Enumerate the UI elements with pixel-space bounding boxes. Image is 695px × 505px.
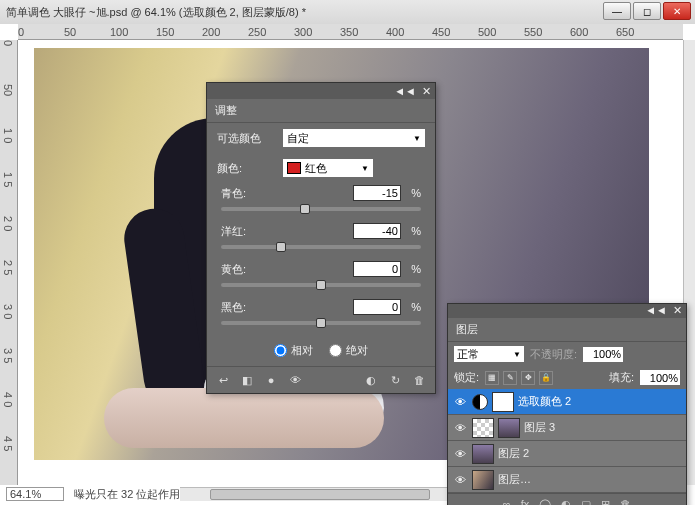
adjustments-panel[interactable]: ◄◄ ✕ 调整 可选颜色 自定 ▼ 颜色: 红色 ▼ 青色:%洋红:%黄色:%黑… (206, 82, 436, 394)
mask-icon[interactable]: ◯ (539, 498, 551, 505)
method-label: 可选颜色 (217, 131, 277, 146)
percent-label: % (405, 301, 421, 313)
absolute-radio-input[interactable] (329, 344, 342, 357)
chevron-down-icon: ▼ (513, 350, 521, 359)
layer-row[interactable]: 👁图层… (448, 467, 686, 493)
minimize-button[interactable]: — (603, 2, 631, 20)
slider-thumb[interactable] (316, 280, 326, 290)
maximize-button[interactable]: ◻ (633, 2, 661, 20)
close-icon[interactable]: ✕ (673, 304, 682, 318)
ruler-tick: 650 (616, 26, 634, 38)
expand-icon[interactable]: ◧ (239, 373, 255, 387)
layers-panel[interactable]: ◄◄ ✕ 图层 正常▼ 不透明度: 100% 锁定: ▦ ✎ ✥ 🔒 填充: 1… (447, 303, 687, 505)
ruler-tick: 0 (18, 26, 24, 38)
fx-icon[interactable]: fx (521, 498, 530, 505)
reset-icon[interactable]: ↻ (387, 373, 403, 387)
slider-thumb[interactable] (276, 242, 286, 252)
opacity-field[interactable]: 100% (583, 347, 623, 362)
lock-buttons: ▦ ✎ ✥ 🔒 (485, 371, 553, 385)
slider-thumb[interactable] (300, 204, 310, 214)
layer-row[interactable]: 👁选取颜色 2 (448, 389, 686, 415)
slider-track[interactable] (221, 283, 421, 287)
opacity-label: 不透明度: (530, 347, 577, 362)
lock-pixels-icon[interactable]: ✎ (503, 371, 517, 385)
trash-icon[interactable]: 🗑 (411, 373, 427, 387)
zoom-field[interactable]: 64.1% (6, 487, 64, 501)
visibility-icon[interactable]: 👁 (452, 448, 468, 460)
layer-thumb (472, 418, 494, 438)
visibility-icon[interactable]: 👁 (452, 474, 468, 486)
lock-all-icon[interactable]: 🔒 (539, 371, 553, 385)
visibility-icon[interactable]: 👁 (452, 422, 468, 434)
layers-panel-header[interactable]: ◄◄ ✕ (448, 304, 686, 318)
fill-field[interactable]: 100% (640, 370, 680, 385)
ruler-tick: 350 (340, 26, 358, 38)
slider-track[interactable] (221, 207, 421, 211)
percent-label: % (405, 263, 421, 275)
close-button[interactable]: ✕ (663, 2, 691, 20)
new-layer-icon[interactable]: ⊞ (601, 498, 610, 505)
color-dropdown[interactable]: 红色 ▼ (283, 159, 373, 177)
method-radios: 相对 绝对 (207, 335, 435, 366)
slider-label: 黄色: (221, 262, 353, 277)
window-title: 简单调色 大眼仔 ~旭.psd @ 64.1% (选取颜色 2, 图层蒙版/8)… (6, 5, 306, 20)
ruler-tick: 4 5 (2, 436, 14, 451)
preset-dropdown[interactable]: 自定 ▼ (283, 129, 425, 147)
prev-icon[interactable]: ◐ (363, 373, 379, 387)
scrollbar-thumb[interactable] (210, 489, 430, 500)
window-titlebar: 简单调色 大眼仔 ~旭.psd @ 64.1% (选取颜色 2, 图层蒙版/8)… (0, 0, 695, 24)
ruler-tick: 400 (386, 26, 404, 38)
trash-icon[interactable]: 🗑 (620, 498, 631, 505)
group-icon[interactable]: ▢ (581, 498, 591, 505)
lock-label: 锁定: (454, 370, 479, 385)
slider-row: 黑色:% (207, 297, 435, 335)
color-value: 红色 (305, 161, 327, 176)
slider-row: 洋红:% (207, 221, 435, 259)
ruler-tick: 500 (478, 26, 496, 38)
ruler-tick: 0 (2, 40, 14, 46)
ruler-tick: 1 5 (2, 172, 14, 187)
slider-value-input[interactable] (353, 261, 401, 277)
preset-value: 自定 (287, 131, 309, 146)
layer-thumb (472, 470, 494, 490)
slider-thumb[interactable] (316, 318, 326, 328)
layer-name: 图层… (498, 472, 682, 487)
absolute-radio[interactable]: 绝对 (329, 343, 368, 358)
relative-radio[interactable]: 相对 (274, 343, 313, 358)
collapse-icon[interactable]: ◄◄ (645, 304, 667, 318)
collapse-icon[interactable]: ◄◄ (394, 85, 416, 97)
close-icon[interactable]: ✕ (422, 85, 431, 98)
back-icon[interactable]: ↩ (215, 373, 231, 387)
layer-thumb (472, 444, 494, 464)
fill-label: 填充: (609, 370, 634, 385)
layer-name: 图层 3 (524, 420, 682, 435)
slider-track[interactable] (221, 245, 421, 249)
slider-label: 洋红: (221, 224, 353, 239)
slider-value-input[interactable] (353, 223, 401, 239)
layer-name: 选取颜色 2 (518, 394, 682, 409)
relative-radio-input[interactable] (274, 344, 287, 357)
lock-position-icon[interactable]: ✥ (521, 371, 535, 385)
slider-value-input[interactable] (353, 299, 401, 315)
slider-row: 青色:% (207, 183, 435, 221)
layers-tab[interactable]: 图层 (448, 318, 686, 342)
link-icon[interactable]: ∞ (503, 498, 511, 505)
absolute-label: 绝对 (346, 343, 368, 358)
ruler-tick: 200 (202, 26, 220, 38)
visibility-icon[interactable]: 👁 (452, 396, 468, 408)
clip-icon[interactable]: ● (263, 373, 279, 387)
slider-track[interactable] (221, 321, 421, 325)
panel-header[interactable]: ◄◄ ✕ (207, 83, 435, 99)
lock-transparency-icon[interactable]: ▦ (485, 371, 499, 385)
blend-mode-dropdown[interactable]: 正常▼ (454, 346, 524, 362)
layer-row[interactable]: 👁图层 2 (448, 441, 686, 467)
eye-icon[interactable]: 👁 (287, 373, 303, 387)
slider-label: 黑色: (221, 300, 353, 315)
ruler-tick: 300 (294, 26, 312, 38)
layer-row[interactable]: 👁图层 3 (448, 415, 686, 441)
color-swatch (287, 162, 301, 174)
slider-label: 青色: (221, 186, 353, 201)
adjustments-tab[interactable]: 调整 (207, 99, 435, 123)
slider-value-input[interactable] (353, 185, 401, 201)
adjustment-icon[interactable]: ◐ (561, 498, 571, 505)
